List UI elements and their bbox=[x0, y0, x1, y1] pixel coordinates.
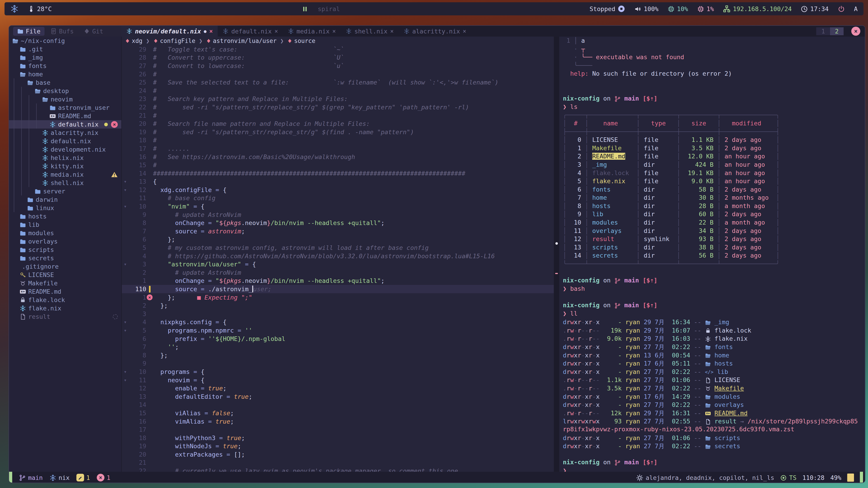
code-line[interactable]: 11 # base config bbox=[122, 194, 554, 202]
code-line[interactable]: 14 bbox=[122, 401, 554, 409]
code-line[interactable]: 7 source = astronvim; bbox=[122, 227, 554, 235]
error-icon[interactable]: × bbox=[97, 474, 104, 482]
code-line[interactable]: 2 }; bbox=[122, 301, 554, 310]
fold-marker[interactable]: ▾ bbox=[122, 319, 129, 325]
volume-icon[interactable] bbox=[634, 5, 642, 13]
code-line[interactable]: 16# See https://astronvim.com/Basic%20Us… bbox=[122, 153, 554, 161]
editor-pane[interactable]: xdg❯configFile❯astronvim/lua/user❯source… bbox=[122, 37, 554, 472]
tree-item-linux[interactable]: linux bbox=[9, 204, 121, 212]
tree-item-shell.nix[interactable]: shell.nix bbox=[9, 179, 121, 187]
stop-icon[interactable] bbox=[618, 5, 625, 13]
code-line[interactable]: 24# bbox=[122, 87, 554, 95]
code-line[interactable]: 22# sed -ri "s/pattern_str/replace_str/g… bbox=[122, 103, 554, 111]
fold-marker[interactable]: ▾ bbox=[122, 179, 129, 184]
breadcrumb-item[interactable]: astronvim/lua/user bbox=[206, 37, 277, 44]
tree-item-Makefile[interactable]: Makefile bbox=[9, 279, 121, 287]
code-line[interactable]: 18 withPython3 = true; bbox=[122, 434, 554, 442]
tree-item-hosts[interactable]: hosts bbox=[9, 212, 121, 221]
tabpage-2[interactable]: 2 bbox=[830, 27, 844, 35]
nixos-logo-icon[interactable] bbox=[10, 5, 19, 13]
code-line[interactable]: 4 # https://github.com/AstroNvim/AstroNv… bbox=[122, 252, 554, 260]
warning-icon[interactable] bbox=[76, 474, 84, 482]
code-line[interactable]: 20# Search file name pattern and Replace… bbox=[122, 120, 554, 128]
tree-item-flake.nix[interactable]: flake.nix bbox=[9, 304, 121, 313]
power-button-icon[interactable] bbox=[838, 5, 845, 13]
tab-close-button[interactable]: × bbox=[851, 27, 860, 36]
code-line[interactable]: 19# sed -ri "s/pattern_str/replace_str/g… bbox=[122, 128, 554, 136]
tree-item-_img[interactable]: _img bbox=[9, 53, 121, 62]
separator-handle[interactable] bbox=[555, 242, 558, 245]
buffer-tab[interactable]: shell.nix× bbox=[341, 26, 399, 37]
code-line[interactable]: 2 # update AstroNvim bbox=[122, 268, 554, 277]
code-line[interactable]: 110 source = ./astronvim_user; bbox=[122, 285, 554, 293]
code-line[interactable]: 12 enable = true; bbox=[122, 384, 554, 392]
tree-item-default.nix[interactable]: default.nix bbox=[9, 137, 121, 145]
tree-item-development.nix[interactable]: development.nix bbox=[9, 145, 121, 154]
code-line[interactable]: ▾10 programs = { bbox=[122, 367, 554, 376]
code-line[interactable]: ▾10 "nvim" = { bbox=[122, 202, 554, 210]
tree-item-alacritty.nix[interactable]: alacritty.nix bbox=[9, 129, 121, 137]
fold-marker[interactable]: ▾ bbox=[122, 203, 129, 209]
code-line[interactable]: 15 viAlias = false; bbox=[122, 409, 554, 417]
code-line[interactable]: ▾3 "astronvim/lua/user" = { bbox=[122, 260, 554, 268]
pause-icon[interactable] bbox=[302, 5, 308, 13]
code-line[interactable]: 6 prefix = ''${HOME}/.npm-global bbox=[122, 335, 554, 343]
code-line[interactable]: 21 bbox=[122, 459, 554, 467]
code-line[interactable]: 6 }; bbox=[122, 235, 554, 244]
code-line[interactable]: 8 }; bbox=[122, 351, 554, 359]
tree-item-lib[interactable]: lib bbox=[9, 221, 121, 229]
code-line[interactable]: ▾5 programs.npm.npmrc = '' bbox=[122, 326, 554, 335]
tree-item-.git[interactable]: .git bbox=[9, 45, 121, 53]
buffer-close-icon[interactable]: × bbox=[390, 28, 394, 35]
code-line[interactable]: ▾4 nixpkgs.config = { bbox=[122, 318, 554, 326]
code-line[interactable]: 7 ''; bbox=[122, 343, 554, 351]
fold-marker[interactable]: ▾ bbox=[122, 377, 129, 383]
tabpage-1[interactable]: 1 bbox=[816, 27, 830, 35]
tree-item-home[interactable]: home bbox=[9, 70, 121, 78]
fold-marker[interactable]: ▾ bbox=[122, 369, 129, 375]
code-line[interactable]: 8 onChange = "${pkgs.neovim}/bin/nvim --… bbox=[122, 219, 554, 227]
tree-item-astronvim_user[interactable]: astronvim_user bbox=[9, 103, 121, 112]
fold-marker[interactable]: ▾ bbox=[122, 328, 129, 333]
tree-item-helix.nix[interactable]: helix.nix bbox=[9, 154, 121, 162]
tree-item-.gitignore[interactable]: .gitignore bbox=[9, 262, 121, 271]
tree-item-desktop[interactable]: desktop bbox=[9, 87, 121, 95]
buffer-close-icon[interactable]: × bbox=[209, 28, 213, 35]
keyboard-layout[interactable]: A bbox=[854, 5, 858, 12]
code-line[interactable]: 15# bbox=[122, 161, 554, 169]
neotree-tab-file[interactable]: File bbox=[13, 27, 44, 36]
code-line[interactable]: ▾11 neovim = { bbox=[122, 376, 554, 384]
scrollbar-thumb[interactable] bbox=[847, 474, 854, 482]
code-line[interactable]: 28# Convert to uppercase: `U` bbox=[122, 54, 554, 62]
code-line[interactable]: 25# Save the selected text to a file: `:… bbox=[122, 78, 554, 87]
buffer-tab[interactable]: default.nix× bbox=[218, 26, 283, 37]
tree-item-README.md[interactable]: MREADME.md bbox=[9, 287, 121, 296]
tree-item-kitty.nix[interactable]: kitty.nix bbox=[9, 162, 121, 170]
code-line[interactable]: 16 vimAlias = true; bbox=[122, 417, 554, 426]
tree-item-LICENSE[interactable]: LICENSE bbox=[9, 271, 121, 279]
tree-item-scripts[interactable]: scripts bbox=[9, 246, 121, 254]
buffer-close-icon[interactable]: × bbox=[274, 28, 278, 35]
code-line[interactable]: 1 onChange = "${pkgs.neovim}/bin/nvim --… bbox=[122, 277, 554, 285]
code-line[interactable]: 27# Convert to lowercase: `u` bbox=[122, 62, 554, 70]
fold-marker[interactable]: ▾ bbox=[122, 187, 129, 193]
code-line[interactable]: 1× }; ■ Expecting ";" bbox=[122, 293, 554, 302]
tree-item-darwin[interactable]: darwin bbox=[9, 195, 121, 204]
tree-item-media.nix[interactable]: media.nix bbox=[9, 170, 121, 179]
code-line[interactable]: 9 # update AstroNvim bbox=[122, 210, 554, 219]
code-line[interactable]: 9 bbox=[122, 359, 554, 368]
code-line[interactable]: 29# Toggle text's case: `~` bbox=[122, 45, 554, 54]
tree-item-fonts[interactable]: fonts bbox=[9, 62, 121, 70]
tree-item-modules[interactable]: modules bbox=[9, 229, 121, 237]
terminal-pane[interactable]: 1 │ a · ┬ · ╰── executable was not found… bbox=[559, 37, 865, 472]
tree-item-README.md[interactable]: MREADME.md bbox=[9, 112, 121, 120]
fold-marker[interactable]: ▾ bbox=[122, 261, 129, 267]
code-line[interactable]: 26# bbox=[122, 70, 554, 78]
tree-item-default.nix[interactable]: default.nix× bbox=[9, 120, 121, 129]
code-line[interactable]: 19 withNodeJs = true; bbox=[122, 442, 554, 451]
breadcrumb-item[interactable]: configFile bbox=[153, 37, 195, 44]
code-line[interactable]: 13 defaultEditor = true; bbox=[122, 392, 554, 401]
code-line[interactable]: 14######################################… bbox=[122, 169, 554, 177]
tree-item-nix-config[interactable]: ~/nix-config bbox=[9, 37, 121, 45]
code-line[interactable]: 5 # my cusotom astronvim config, astronv… bbox=[122, 243, 554, 252]
